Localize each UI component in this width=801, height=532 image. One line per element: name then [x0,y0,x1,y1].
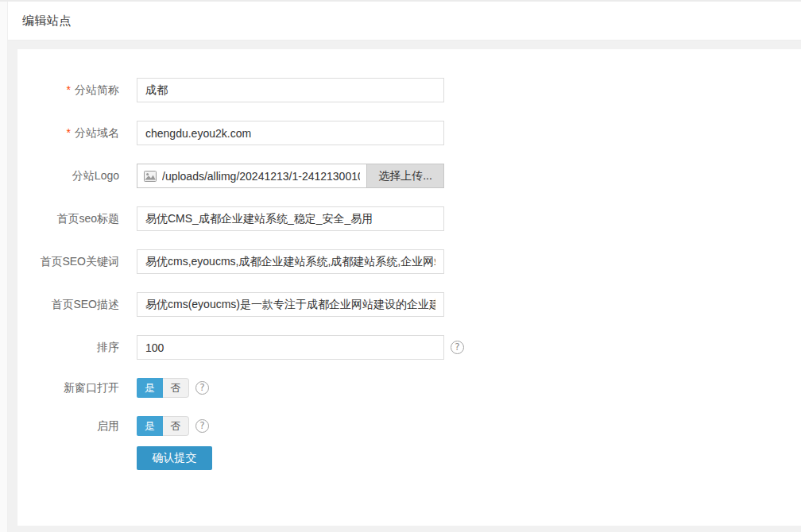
field-label: 首页seo标题 [17,212,119,226]
toggle-no-button[interactable]: 否 [163,416,189,436]
help-icon[interactable]: ? [195,381,209,395]
field-label: 分站Logo [17,169,119,183]
logo-upload-control: /uploads/allimg/20241213/1-2412130010 选择… [137,164,444,188]
toggle-yes-button[interactable]: 是 [137,378,163,398]
edit-site-panel: *分站简称 *分站域名 分站Logo /upl [17,49,801,526]
logo-path-text: /uploads/allimg/20241213/1-2412130010 [162,170,360,183]
form-row-site-short-name: *分站简称 [17,78,801,102]
toggle-no-button[interactable]: 否 [163,378,189,398]
form-row-seo-title: 首页seo标题 [17,206,801,231]
field-label: 首页SEO关键词 [17,255,119,269]
seo-description-input[interactable] [137,292,444,317]
field-label: 启用 [17,419,119,434]
help-icon[interactable]: ? [451,341,464,354]
form-row-seo-keywords: 首页SEO关键词 [17,249,801,274]
field-label: 排序 [17,341,119,355]
sort-order-input[interactable] [137,335,444,360]
required-mark: * [67,83,71,96]
collapsed-sidebar-rail [0,2,8,532]
image-icon [144,171,157,182]
form-row-seo-description: 首页SEO描述 [17,292,801,317]
field-label: *分站简称 [17,83,119,98]
page-title: 编辑站点 [22,13,72,29]
field-label: 新窗口打开 [17,381,119,395]
logo-path-display[interactable]: /uploads/allimg/20241213/1-2412130010 [137,164,366,187]
required-mark: * [67,126,71,139]
field-label: *分站域名 [17,126,119,141]
seo-keywords-input[interactable] [137,249,444,274]
open-new-window-toggle: 是 否 [137,378,189,398]
form-row-sort-order: 排序 ? [17,335,801,360]
site-domain-input[interactable] [137,121,444,145]
form-row-site-domain: *分站域名 [17,121,801,145]
toggle-yes-button[interactable]: 是 [137,416,163,436]
form-row-enabled: 启用 是 否 ? [17,416,801,436]
seo-title-input[interactable] [137,206,444,231]
help-icon[interactable]: ? [195,419,209,433]
page-header: 编辑站点 [8,2,801,40]
enabled-toggle: 是 否 [137,416,189,436]
form-row-submit: 确认提交 [17,446,801,470]
form-row-open-new-window: 新窗口打开 是 否 ? [17,378,801,398]
edit-site-form: *分站简称 *分站域名 分站Logo /upl [17,49,801,470]
confirm-submit-button[interactable]: 确认提交 [137,446,212,470]
choose-upload-button[interactable]: 选择上传... [366,164,443,187]
form-row-site-logo: 分站Logo /uploads/allimg/20241213/1-241213… [17,164,801,188]
field-label: 首页SEO描述 [17,298,119,312]
site-short-name-input[interactable] [137,78,444,102]
